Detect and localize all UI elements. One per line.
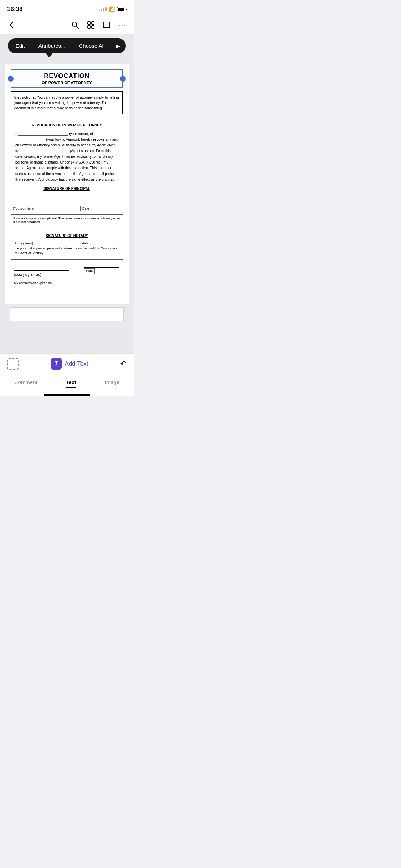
list-button[interactable]: [101, 19, 112, 31]
sig-principal-line: SIGNATURE OF PRINCIPAL: [15, 186, 118, 192]
svg-line-1: [76, 26, 78, 28]
more-button[interactable]: ···: [117, 19, 128, 31]
doc-area: REVOCATION OF POWER OF ATTORNEY Instruct…: [0, 60, 134, 353]
svg-rect-5: [92, 26, 94, 28]
doc-title: REVOCATION: [14, 72, 119, 80]
play-button[interactable]: ▶: [112, 40, 124, 52]
instruction-box: Instructions: You can revoke a power of …: [11, 91, 123, 114]
select-area-button[interactable]: [7, 358, 19, 370]
nav-right-icons: ···: [70, 19, 128, 31]
svg-rect-3: [92, 22, 94, 24]
toolbar-pill: Edit Attributes... Choose All ▶: [8, 38, 126, 53]
undo-button[interactable]: ↶: [120, 359, 127, 368]
commission-text: My commission expires on _______________: [14, 280, 69, 291]
tab-image[interactable]: Image: [98, 378, 127, 389]
date-label-principal: Date: [80, 206, 91, 211]
body-text: I, _________________________ (your name)…: [15, 131, 118, 182]
page2-box: [10, 307, 124, 321]
you-sign-label: (You sign here): [11, 206, 53, 211]
battery-icon: [117, 7, 127, 11]
notary-signs-label: (Notary signs here): [14, 272, 69, 278]
svg-rect-4: [88, 26, 90, 28]
signal-icon: [99, 7, 107, 11]
handle-right[interactable]: [120, 76, 126, 82]
tab-comment[interactable]: Comment: [7, 378, 45, 389]
add-text-icon: T: [51, 358, 62, 370]
status-time: 16:38: [7, 6, 22, 13]
choose-all-button[interactable]: Choose All: [73, 39, 111, 52]
add-text-button[interactable]: T Add Text: [51, 358, 88, 370]
add-text-bar: T Add Text ↶: [0, 353, 134, 374]
sign-row-principal: (You sign here) Date: [11, 200, 123, 211]
back-button[interactable]: [6, 19, 17, 31]
grid-button[interactable]: [85, 19, 97, 31]
bottom-tabs: Comment Text Image: [0, 374, 134, 391]
status-icons: 📶: [99, 6, 127, 12]
toolbar-area: Edit Attributes... Choose All ▶: [0, 34, 134, 60]
sig-notary-title: SIGNATURE OF NOTARY: [15, 233, 119, 238]
date-label-notary: Date: [84, 268, 95, 274]
edit-button[interactable]: Edit: [9, 39, 31, 52]
search-button[interactable]: [70, 19, 81, 31]
svg-rect-2: [88, 22, 90, 24]
inner-doc-title: REVOCATION OF POWER OF ATTORNEY: [15, 123, 118, 128]
title-selected-box[interactable]: REVOCATION OF POWER OF ATTORNEY: [11, 69, 123, 88]
bottom-area: T Add Text ↶ Comment Text Image: [0, 353, 134, 396]
tab-text[interactable]: Text: [58, 378, 83, 389]
wifi-icon: 📶: [109, 6, 115, 12]
add-text-label: Add Text: [65, 360, 88, 367]
status-bar: 16:38 📶: [0, 0, 134, 16]
instruction-prefix: Instructions:: [14, 95, 36, 99]
toolbar-arrow: [46, 53, 53, 57]
svg-point-0: [72, 22, 77, 26]
home-indicator: [44, 394, 90, 396]
attributes-button[interactable]: Attributes...: [32, 39, 72, 52]
notary-note: A notary's signature is optional. This f…: [11, 214, 123, 226]
nav-bar: ···: [0, 16, 134, 34]
notary-body: At (city/town) _________________________…: [15, 241, 119, 256]
doc-subtitle: OF POWER OF ATTORNEY: [14, 81, 119, 85]
inner-doc: REVOCATION OF POWER OF ATTORNEY I, _____…: [11, 118, 123, 196]
notary-sign-box: (Notary signs here) My commission expire…: [11, 263, 72, 295]
handle-left[interactable]: [8, 76, 14, 82]
doc-page: REVOCATION OF POWER OF ATTORNEY Instruct…: [5, 64, 129, 304]
notary-section: SIGNATURE OF NOTARY At (city/town) _____…: [11, 229, 123, 260]
